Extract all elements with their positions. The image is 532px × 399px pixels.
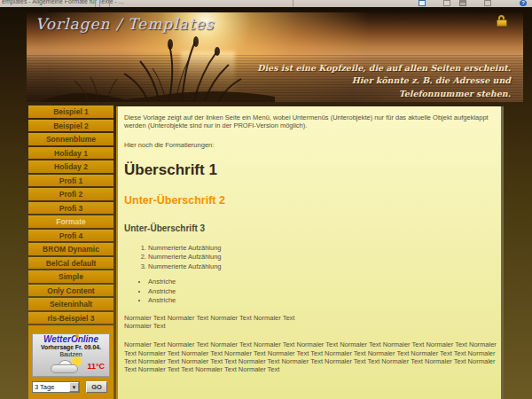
chevron-down-icon[interactable]: ▼ [69, 382, 79, 392]
logo-sun-o: O [71, 334, 78, 344]
forecast-date-label: Vorhersage Fr. 09.04. [33, 344, 109, 351]
sidebar-item-brom-dynamic[interactable]: BROM Dynamic [28, 243, 113, 255]
tagline-line: Dies ist eine Kopfzeile, die auf allen S… [257, 62, 511, 74]
help-icon[interactable]: ? [520, 0, 527, 6]
tagline-line: Telefonnummer stehen. [257, 88, 511, 100]
sidebar-item-sonnenblume[interactable]: Sonnenblume [28, 133, 113, 145]
bullet-list: Anstriche Anstriche Anstriche [148, 278, 492, 306]
main-content: Diese Vorlage zeigt auf der linken Seite… [116, 106, 504, 399]
temperature-value: 11°C [87, 362, 105, 371]
normal-text-paragraph: Normaler Text Normaler Text Normaler Tex… [124, 340, 498, 374]
browser-titlebar: emplates - Allgemeine Formate für Texte … [0, 0, 532, 7]
sidebar-item-simple[interactable]: Simple [28, 270, 113, 283]
sidebar-item-belcal-default[interactable]: BelCal default [28, 257, 113, 270]
logo-text: nline [78, 334, 98, 344]
printer-icon[interactable] [459, 0, 466, 6]
heading-3: Unter-Überschrift 3 [124, 223, 492, 235]
sidebar-item-rls-beispiel-3[interactable]: rls-Beispiel 3 [28, 312, 113, 325]
sidebar-item-profi-4[interactable]: Profi 4 [28, 230, 113, 242]
formats-intro: Hier noch die Formatierungen: [124, 141, 492, 149]
site-title: Vorlagen / Templates [35, 15, 214, 33]
padlock-icon[interactable] [497, 15, 507, 27]
forecast-range-select[interactable]: 3 Tage ▼ [32, 381, 80, 393]
sidebar-item-beispiel-1[interactable]: Beispiel 1 [28, 106, 113, 118]
header-banner: Vorlagen / Templates Dies ist eine Kopfz… [27, 12, 523, 102]
window-icon[interactable] [484, 0, 491, 6]
heading-1: Überschrift 1 [124, 160, 492, 179]
numbered-list-item: Nummerierte Aufzählung [148, 253, 492, 262]
normal-text-line: Normaler Text Normaler Text Normaler Tex… [124, 314, 492, 322]
beach-grass-silhouette [35, 35, 275, 102]
heading-2: Unter-Überschrift 2 [124, 194, 492, 208]
forecast-row: 11°C [33, 358, 109, 374]
sidebar-item-formate[interactable]: Formate [28, 215, 113, 228]
document-icon[interactable] [419, 0, 426, 6]
sidebar-item-profi-3[interactable]: Profi 3 [28, 202, 113, 215]
bullet-list-item: Anstriche [148, 296, 492, 306]
tab-divider [99, 0, 100, 7]
browser-tab-title: emplates - Allgemeine Formate für Texte … [2, 0, 124, 4]
wetteronline-logo: WetterOnline [33, 334, 109, 344]
bullet-list-item: Anstriche [148, 287, 492, 297]
intro-paragraph: Diese Vorlage zeigt auf der linken Seite… [124, 113, 497, 130]
selected-range: 3 Tage [33, 383, 69, 391]
numbered-list-item: Nummerierte Aufzählung [148, 244, 492, 254]
tagline-line: Hier könnte z. B. die Adresse und [257, 74, 511, 87]
tab-divider [95, 0, 96, 7]
sidebar-item-profi-1[interactable]: Profi 1 [28, 175, 113, 187]
toolbar-divider [293, 0, 293, 7]
logo-text: Wetter [43, 334, 71, 344]
sidebar-menu: Beispiel 1 Beispiel 2 Sonnenblume Holida… [28, 106, 113, 325]
sidebar-item-holiday-2[interactable]: Holiday 2 [28, 160, 113, 173]
go-button[interactable]: GO [86, 381, 107, 393]
normal-text-block: Normaler Text Normaler Text Normaler Tex… [124, 314, 492, 331]
page-background: Vorlagen / Templates Dies ist eine Kopfz… [0, 7, 532, 399]
tab-divider [109, 0, 110, 7]
sidebar-item-seiteninhalt[interactable]: Seiteninhalt [28, 298, 113, 310]
weather-widget: WetterOnline Vorhersage Fr. 09.04. Bautz… [28, 325, 113, 399]
weather-panel[interactable]: WetterOnline Vorhersage Fr. 09.04. Bautz… [32, 333, 110, 377]
normal-text-line: Normaler Text [124, 322, 492, 330]
sidebar-item-only-content[interactable]: Only Content [28, 285, 113, 297]
bullet-list-item: Anstriche [148, 278, 492, 287]
window-icon[interactable] [443, 0, 450, 6]
sidebar-item-holiday-1[interactable]: Holiday 1 [28, 147, 113, 160]
forecast-city: Bautzen [33, 351, 109, 358]
sidebar-item-beispiel-2[interactable]: Beispiel 2 [28, 120, 113, 132]
numbered-list-item: Nummerierte Aufzählung [148, 262, 492, 272]
numbered-list: Nummerierte Aufzählung Nummerierte Aufzä… [148, 244, 492, 272]
sidebar-item-profi-2[interactable]: Profi 2 [28, 188, 113, 200]
header-tagline: Dies ist eine Kopfzeile, die auf allen S… [257, 62, 511, 100]
partly-cloudy-icon [51, 358, 84, 373]
weather-controls: 3 Tage ▼ GO [32, 381, 110, 393]
